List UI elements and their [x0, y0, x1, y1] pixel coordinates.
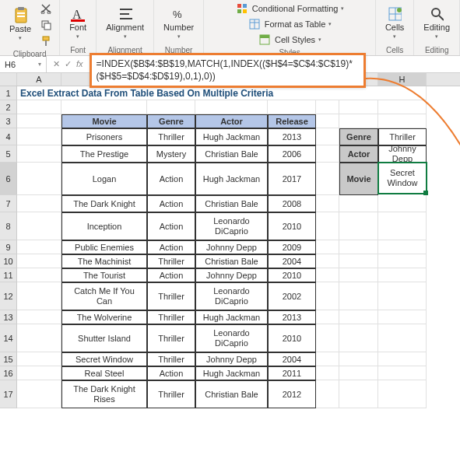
- cell[interactable]: [378, 195, 427, 212]
- cell[interactable]: [316, 163, 339, 195]
- cell[interactable]: [17, 366, 61, 380]
- cell[interactable]: [147, 100, 195, 114]
- cut-icon[interactable]: [39, 2, 53, 16]
- select-all-button[interactable]: [0, 73, 17, 86]
- cell[interactable]: 2013: [268, 128, 316, 145]
- cell[interactable]: [268, 100, 316, 114]
- cell[interactable]: Thriller: [147, 128, 195, 145]
- cell[interactable]: [339, 310, 378, 324]
- cell[interactable]: Johnny Depp: [195, 268, 268, 282]
- cell[interactable]: Action: [147, 268, 195, 282]
- cell[interactable]: Action: [147, 240, 195, 254]
- cell[interactable]: [378, 324, 427, 352]
- row-header[interactable]: 5: [0, 145, 17, 163]
- cell[interactable]: [17, 310, 61, 324]
- cell[interactable]: Christian Bale: [195, 380, 268, 408]
- cell[interactable]: Hugh Jackman: [195, 163, 268, 195]
- cell[interactable]: [339, 114, 378, 128]
- cell[interactable]: [316, 268, 339, 282]
- cell[interactable]: Thriller: [147, 282, 195, 310]
- cell[interactable]: [378, 366, 427, 380]
- cell[interactable]: The Dark Knight: [61, 195, 147, 212]
- cell[interactable]: Action: [147, 163, 195, 195]
- cell[interactable]: [316, 100, 339, 114]
- row-header[interactable]: 16: [0, 366, 17, 380]
- enter-icon[interactable]: ✓: [65, 59, 72, 69]
- cell[interactable]: Public Enemies: [61, 240, 147, 254]
- cell[interactable]: The Prestige: [61, 145, 147, 163]
- name-box[interactable]: H6▾: [0, 56, 47, 72]
- format-as-table-button[interactable]: Format as Table▾: [248, 17, 332, 31]
- cell[interactable]: Secret Window: [61, 352, 147, 366]
- cell[interactable]: Johnny Depp: [195, 240, 268, 254]
- cell[interactable]: [378, 352, 427, 366]
- cell[interactable]: Actor: [339, 145, 378, 163]
- cell[interactable]: Action: [147, 212, 195, 240]
- row-header[interactable]: 1: [0, 86, 17, 100]
- cell[interactable]: 2010: [268, 212, 316, 240]
- cell[interactable]: [378, 268, 427, 282]
- cell[interactable]: [17, 240, 61, 254]
- conditional-formatting-button[interactable]: Conditional Formatting▾: [235, 2, 345, 16]
- cell[interactable]: [17, 324, 61, 352]
- paste-button[interactable]: Paste ▾: [6, 7, 34, 43]
- cell[interactable]: Actor: [195, 114, 268, 128]
- editing-button[interactable]: Editing ▾: [420, 5, 453, 41]
- cell[interactable]: [316, 128, 339, 145]
- cell[interactable]: [316, 254, 339, 268]
- cell[interactable]: Prisoners: [61, 128, 147, 145]
- row-header[interactable]: 3: [0, 114, 17, 128]
- fx-icon[interactable]: fx: [76, 59, 83, 69]
- cell[interactable]: The Machinist: [61, 254, 147, 268]
- cell[interactable]: Johnny Depp: [378, 145, 427, 163]
- cell[interactable]: Release: [268, 114, 316, 128]
- col-header[interactable]: A: [17, 73, 61, 86]
- cell[interactable]: [339, 352, 378, 366]
- cell[interactable]: [316, 310, 339, 324]
- cell[interactable]: [316, 366, 339, 380]
- cell-grid[interactable]: Excel Extract Data From Table Based On M…: [17, 86, 460, 408]
- cell[interactable]: Logan: [61, 163, 147, 195]
- cell[interactable]: [316, 145, 339, 163]
- cell[interactable]: Hugh Jackman: [195, 366, 268, 380]
- cells-button[interactable]: Cells ▾: [382, 5, 407, 41]
- cell[interactable]: [17, 352, 61, 366]
- cell[interactable]: Secret Window: [377, 162, 427, 194]
- cell[interactable]: Leonardo DiCaprio: [195, 212, 268, 240]
- cell[interactable]: 2011: [268, 366, 316, 380]
- cell[interactable]: Movie: [61, 114, 147, 128]
- cell[interactable]: The Wolverine: [61, 310, 147, 324]
- cell[interactable]: Excel Extract Data From Table Based On M…: [17, 86, 427, 100]
- cell[interactable]: Thriller: [147, 254, 195, 268]
- cell[interactable]: Action: [147, 195, 195, 212]
- cell[interactable]: [378, 100, 427, 114]
- cell[interactable]: [17, 380, 61, 408]
- cell[interactable]: [17, 100, 61, 114]
- cell[interactable]: [378, 114, 427, 128]
- row-header[interactable]: 2: [0, 100, 17, 114]
- cell[interactable]: [316, 324, 339, 352]
- row-header[interactable]: 8: [0, 212, 17, 240]
- cell[interactable]: 2009: [268, 240, 316, 254]
- cell[interactable]: 2004: [268, 352, 316, 366]
- row-header[interactable]: 13: [0, 310, 17, 324]
- cell[interactable]: Thriller: [147, 324, 195, 352]
- cell[interactable]: Mystery: [147, 145, 195, 163]
- row-header[interactable]: 7: [0, 195, 17, 212]
- row-header[interactable]: 15: [0, 352, 17, 366]
- cell[interactable]: Johnny Depp: [195, 352, 268, 366]
- cell[interactable]: Christian Bale: [195, 195, 268, 212]
- cell[interactable]: Thriller: [147, 310, 195, 324]
- cell[interactable]: [339, 366, 378, 380]
- number-button[interactable]: % Number ▾: [160, 5, 197, 41]
- cell[interactable]: 2010: [268, 324, 316, 352]
- cell[interactable]: Genre: [339, 128, 378, 145]
- cell[interactable]: Inception: [61, 212, 147, 240]
- row-header[interactable]: 12: [0, 282, 17, 310]
- cell[interactable]: [17, 268, 61, 282]
- col-header[interactable]: H: [378, 73, 427, 86]
- cell[interactable]: Thriller: [378, 128, 427, 145]
- cell[interactable]: Genre: [147, 114, 195, 128]
- cell[interactable]: The Tourist: [61, 268, 147, 282]
- cell[interactable]: [195, 100, 268, 114]
